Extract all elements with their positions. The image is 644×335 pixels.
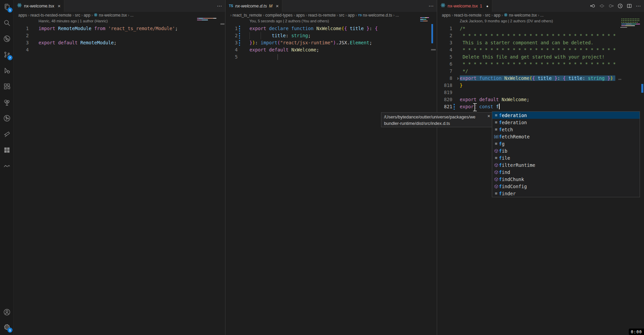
close-icon[interactable]: ×: [58, 3, 61, 9]
suggest-item-fg[interactable]: ≡fg: [492, 140, 640, 147]
suggest-item-find[interactable]: find: [492, 169, 640, 176]
tab-nx-welcome-dts[interactable]: TS nx-welcome.d.ts M ×: [225, 0, 282, 12]
more-actions-button[interactable]: ⋯: [428, 3, 434, 9]
suggest-item-fetch[interactable]: ≡fetch: [492, 126, 640, 133]
more-actions-button[interactable]: ⋯: [216, 3, 222, 9]
module-kind-icon: [493, 149, 499, 153]
suggest-item-filterRuntime[interactable]: filterRuntime: [492, 161, 640, 169]
code-line[interactable]: 6 * * * * * * * * * * * * * * * * * * * …: [437, 61, 644, 68]
folded-region-hint[interactable]: [618, 79, 621, 80]
suggest-item-federation[interactable]: ≡federation: [492, 112, 640, 119]
code-line[interactable]: 2: [14, 32, 225, 39]
breadcrumb-item[interactable]: ...: [396, 13, 399, 18]
breadcrumb-item[interactable]: app: [348, 13, 355, 18]
activity-item-run-debug[interactable]: [0, 64, 14, 77]
suggest-item-finder[interactable]: ≡finder: [492, 190, 640, 197]
minimap-marks: [197, 18, 216, 19]
breadcrumb-item[interactable]: react_ts_remote: [233, 13, 262, 18]
breadcrumb-item[interactable]: src: [75, 13, 80, 18]
code-text: export const f: [460, 103, 500, 110]
breadcrumb-item[interactable]: react-ts-nested-remote: [30, 13, 71, 18]
activity-item-remote[interactable]: [0, 32, 14, 45]
breadcrumb-item[interactable]: apps: [442, 13, 451, 18]
code-line[interactable]: 8›export function NxWelcome({ title }: {…: [437, 75, 644, 82]
code-line[interactable]: 3}): import("react/jsx-runtime").JSX.Ele…: [225, 39, 437, 46]
code-text: import RemoteModule from 'react_ts_remot…: [39, 25, 178, 32]
breadcrumb-item[interactable]: ...: [130, 13, 134, 18]
breadcrumb-item[interactable]: app: [84, 13, 90, 18]
suggest-item-fetchRemote[interactable]: [@]fetchRemote: [492, 133, 640, 140]
line-number: 3: [437, 39, 452, 46]
suggest-item-federation[interactable]: ≡federation: [492, 119, 640, 126]
code-line[interactable]: 818}: [437, 82, 644, 89]
suggest-item-findConfig[interactable]: findConfig: [492, 183, 640, 190]
codelens-blame[interactable]: Hanric, 48 minutes ago | 1 author (Hanri…: [39, 19, 108, 23]
gutter-decorations: [452, 61, 460, 68]
suggest-item-file[interactable]: ≡file: [492, 154, 640, 161]
minimap-slider[interactable]: [431, 49, 436, 50]
split-editor-button[interactable]: [626, 3, 632, 9]
code-line[interactable]: 2 title: string;: [225, 32, 437, 39]
code-line[interactable]: 819: [437, 89, 644, 96]
code-line[interactable]: 3 This is a starter component and can be…: [437, 39, 644, 46]
breadcrumb-item[interactable]: ...: [540, 13, 544, 18]
breadcrumb-item[interactable]: nx-welcome.tsx: [94, 13, 127, 18]
fold-chevron-icon[interactable]: ›: [457, 75, 459, 82]
codelens-blame[interactable]: Zack Jackson, 9 months ago | 2 authors (…: [460, 19, 553, 23]
previous-change-button[interactable]: [590, 3, 596, 9]
activity-item-settings[interactable]: 1: [0, 320, 14, 334]
activity-item-account[interactable]: [0, 305, 14, 319]
code-line[interactable]: 1import RemoteModule from 'react_ts_remo…: [14, 25, 225, 32]
codelens-blame[interactable]: You, 5 seconds ago | 2 authors (You and …: [249, 19, 329, 23]
code-line[interactable]: 5: [225, 53, 437, 61]
breadcrumb-item[interactable]: src: [485, 13, 490, 18]
more-actions-button[interactable]: ⋯: [635, 3, 641, 9]
next-change-button[interactable]: [608, 3, 614, 9]
code-line[interactable]: 1/*: [437, 25, 644, 32]
activity-item-tree[interactable]: [0, 95, 14, 109]
code-line[interactable]: 4export default NxWelcome;: [225, 46, 437, 53]
text-kind-icon: ≡: [493, 191, 499, 196]
tab-nx-welcome-tsx-left[interactable]: nx-welcome.tsx ×: [14, 0, 64, 12]
close-icon[interactable]: ×: [276, 3, 279, 9]
breadcrumb-item[interactable]: compiled-types: [265, 13, 293, 18]
file-history-button[interactable]: [617, 3, 623, 9]
activity-item-waves[interactable]: [0, 159, 14, 173]
activity-item-extensions[interactable]: [0, 80, 14, 93]
breadcrumb-item[interactable]: react-ts-remote: [308, 13, 335, 18]
breadcrumb-item[interactable]: app: [494, 13, 500, 18]
suggest-item-fib[interactable]: fib: [492, 147, 640, 154]
suggest-item-findChunk[interactable]: findChunk: [492, 176, 640, 183]
scrollbar-modified-marker[interactable]: [641, 84, 643, 93]
code-line[interactable]: 5 Delete this file and get started with …: [437, 53, 644, 61]
breadcrumb-item[interactable]: react-ts-remote: [454, 13, 481, 18]
code-line[interactable]: 2 * * * * * * * * * * * * * * * * * * * …: [437, 32, 644, 39]
activity-item-grid[interactable]: [0, 143, 14, 157]
activity-item-explorer[interactable]: 1: [0, 0, 14, 14]
code-editor[interactable]: 1/*2 * * * * * * * * * * * * * * * * * *…: [437, 25, 644, 110]
code-editor[interactable]: 1import RemoteModule from 'react_ts_remo…: [14, 25, 225, 53]
code-line[interactable]: 820export default NxWelcome;: [437, 96, 644, 103]
breadcrumb-item[interactable]: TSnx-welcome.d.ts: [358, 13, 392, 18]
code-line[interactable]: 821export const f: [437, 103, 644, 110]
overview-ruler-modified-marker: [431, 24, 433, 43]
minimap-slider[interactable]: [220, 23, 224, 25]
breadcrumb-item[interactable]: nx-welcome.tsx: [504, 13, 537, 18]
breadcrumb-item[interactable]: apps: [18, 13, 27, 18]
compare-button[interactable]: [599, 3, 605, 9]
activity-item-kite[interactable]: [0, 127, 14, 141]
activity-item-search[interactable]: [0, 16, 14, 29]
tab-nx-welcome-tsx-right[interactable]: nx-welcome.tsx 1 ●: [437, 0, 492, 12]
code-line[interactable]: 4: [14, 46, 225, 53]
breadcrumb-item[interactable]: src: [339, 13, 344, 18]
code-line[interactable]: 7 */: [437, 68, 644, 75]
code-line[interactable]: 3export default RemoteModule;: [14, 39, 225, 46]
activity-item-source-control[interactable]: 7: [0, 48, 14, 61]
breadcrumb-item[interactable]: apps: [296, 13, 305, 18]
close-icon[interactable]: ×: [487, 113, 490, 119]
code-line[interactable]: 1export declare function NxWelcome({ tit…: [225, 25, 437, 32]
code-editor[interactable]: 1export declare function NxWelcome({ tit…: [225, 25, 437, 61]
activity-item-commit-graph[interactable]: [0, 111, 14, 125]
modified-gutter-marker: [239, 26, 240, 31]
code-line[interactable]: 4 * * * * * * * * * * * * * * * * * * * …: [437, 46, 644, 53]
